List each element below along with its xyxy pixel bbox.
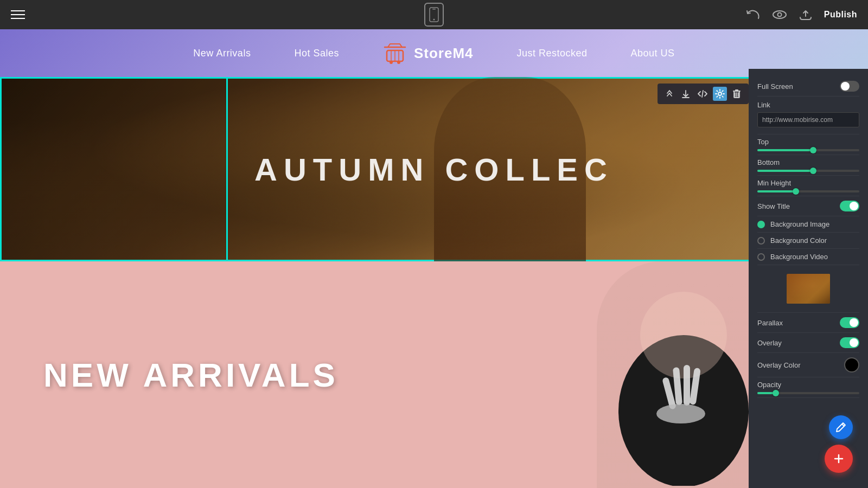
full-screen-row: Full Screen — [757, 76, 859, 97]
bg-image-label: Background Image — [770, 220, 829, 228]
min-height-slider-row: Min Height — [757, 176, 859, 196]
svg-point-21 — [656, 404, 705, 423]
overlay-color-label: Overlay Color — [757, 361, 800, 369]
bottom-slider-row: Bottom — [757, 155, 859, 176]
nav-link-about-us[interactable]: About US — [631, 48, 675, 59]
link-section: Link — [757, 97, 859, 134]
top-slider-track[interactable] — [757, 149, 859, 151]
toolbar-center — [424, 3, 444, 27]
top-label: Top — [757, 138, 859, 146]
hero-section: AUTUMN COLLEC — [0, 77, 868, 261]
opacity-slider-track[interactable] — [757, 392, 859, 394]
code-button[interactable] — [695, 88, 710, 100]
phone-icon — [424, 3, 444, 27]
svg-point-16 — [640, 292, 727, 378]
parallax-label: Parallax — [757, 319, 783, 327]
link-input[interactable] — [757, 112, 859, 127]
svg-point-3 — [773, 11, 786, 18]
nav-logo: StoreM4 — [382, 42, 474, 65]
overlay-toggle[interactable] — [840, 337, 859, 348]
parallax-row: Parallax — [757, 313, 859, 333]
upload-publish-icon[interactable] — [798, 9, 813, 21]
opacity-label: Opacity — [757, 381, 859, 389]
show-title-toggle[interactable] — [840, 201, 859, 211]
settings-button[interactable] — [713, 87, 727, 101]
menu-button[interactable] — [11, 10, 25, 19]
min-height-label: Min Height — [757, 179, 859, 187]
overlay-color-swatch[interactable] — [844, 357, 859, 373]
svg-point-13 — [718, 92, 722, 95]
top-slider-thumb[interactable] — [810, 147, 816, 153]
show-title-label: Show Title — [757, 202, 790, 210]
overlay-row: Overlay — [757, 333, 859, 353]
bg-image-row[interactable]: Background Image — [757, 216, 859, 233]
nav-link-just-restocked[interactable]: Just Restocked — [517, 48, 588, 59]
bg-thumbnail-container — [757, 265, 859, 313]
hero-title: AUTUMN COLLEC — [254, 151, 614, 188]
svg-point-9 — [390, 61, 393, 64]
opacity-slider-row: Opacity — [757, 377, 859, 398]
svg-rect-2 — [432, 9, 436, 10]
bottom-label: Bottom — [757, 158, 859, 166]
top-toolbar: Publish — [0, 0, 868, 29]
hero-border-top — [0, 77, 868, 79]
svg-rect-19 — [684, 365, 690, 406]
svg-point-10 — [397, 61, 400, 64]
min-height-slider-track[interactable] — [757, 190, 859, 192]
undo-button[interactable] — [746, 9, 761, 21]
add-fab[interactable] — [825, 445, 853, 473]
section-toolbar — [658, 84, 749, 104]
min-height-slider-fill — [757, 190, 796, 192]
hamburger-icon — [11, 10, 25, 19]
toolbar-left — [11, 10, 25, 19]
brand-name: StoreM4 — [414, 45, 474, 62]
opacity-slider-thumb[interactable] — [773, 390, 779, 396]
svg-line-12 — [702, 91, 703, 97]
parallax-toggle[interactable] — [840, 317, 859, 328]
delete-button[interactable] — [730, 87, 743, 101]
bg-video-radio[interactable] — [757, 253, 765, 261]
full-screen-toggle[interactable] — [840, 81, 859, 92]
bg-thumbnail[interactable] — [787, 274, 830, 304]
min-height-slider-thumb[interactable] — [793, 188, 799, 195]
nav-link-hot-sales[interactable]: Hot Sales — [294, 48, 339, 59]
nav-bar: New Arrivals Hot Sales StoreM4 Just Rest… — [0, 29, 868, 77]
bottom-slider-thumb[interactable] — [810, 168, 816, 174]
logo-icon — [382, 42, 407, 65]
publish-label: Publish — [824, 10, 857, 20]
overlay-label: Overlay — [757, 339, 782, 347]
bg-color-row[interactable]: Background Color — [757, 233, 859, 249]
mobile-preview-button[interactable] — [424, 3, 444, 27]
bg-video-row[interactable]: Background Video — [757, 249, 859, 265]
edit-fab[interactable] — [829, 415, 853, 439]
download-button[interactable] — [679, 87, 692, 101]
hero-border-left — [0, 77, 2, 261]
move-up-button[interactable] — [663, 87, 676, 101]
bg-image-radio[interactable] — [757, 221, 765, 228]
hero-border-right — [226, 77, 228, 261]
top-slider-row: Top — [757, 134, 859, 155]
nav-link-new-arrivals[interactable]: New Arrivals — [193, 48, 251, 59]
svg-point-1 — [433, 19, 435, 21]
link-label: Link — [757, 101, 859, 109]
bottom-slider-fill — [757, 170, 813, 172]
new-arrivals-section: NEW ARRIVALS — [0, 261, 868, 488]
bg-video-label: Background Video — [770, 253, 828, 261]
toolbar-right: Publish — [746, 9, 857, 21]
preview-button[interactable] — [772, 9, 787, 21]
top-slider-fill — [757, 149, 813, 151]
bg-color-radio[interactable] — [757, 237, 765, 245]
show-title-row: Show Title — [757, 196, 859, 216]
overlay-color-row: Overlay Color — [757, 353, 859, 377]
svg-point-4 — [777, 13, 781, 17]
new-arrivals-title: NEW ARRIVALS — [43, 356, 339, 394]
bg-color-label: Background Color — [770, 236, 827, 245]
publish-button[interactable]: Publish — [824, 10, 857, 20]
full-screen-label: Full Screen — [757, 82, 793, 91]
bottom-slider-track[interactable] — [757, 170, 859, 172]
